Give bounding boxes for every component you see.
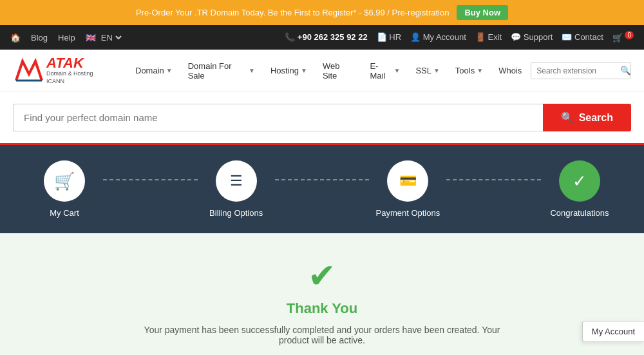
hr-icon: 📄 <box>377 32 387 42</box>
logo[interactable]: ATAK Domain & Hosting ICANN <box>13 56 116 85</box>
success-checkmark-icon: ✔ <box>308 259 336 293</box>
chevron-icon: ▼ <box>433 67 440 74</box>
extension-search-button[interactable]: 🔍 <box>615 62 631 79</box>
domain-search-bar: 🔍 Search <box>0 92 644 145</box>
step-label-cart: My Cart <box>50 208 79 218</box>
step-my-cart[interactable]: 🛒 My Cart <box>26 160 103 218</box>
exit-icon: 🚪 <box>475 32 486 42</box>
success-message: Your payment has been successfully compl… <box>129 325 515 345</box>
step-circle-cart: 🛒 <box>44 160 85 202</box>
blog-link[interactable]: Blog <box>31 33 48 43</box>
success-area: ✔ Thank You Your payment has been succes… <box>0 233 644 355</box>
search-icon: 🔍 <box>561 111 574 124</box>
success-title: Thank You <box>287 300 357 317</box>
step-congratulations[interactable]: ✓ Congratulations <box>541 160 618 218</box>
logo-sub: Domain & Hosting ICANN <box>46 70 93 85</box>
support-link[interactable]: 💬 Support <box>511 32 553 42</box>
help-link[interactable]: Help <box>58 33 75 43</box>
step-label-congrats: Congratulations <box>550 208 609 218</box>
step-label-billing: Billing Options <box>209 208 263 218</box>
nav-ssl[interactable]: SSL ▼ <box>409 62 446 79</box>
nav-website[interactable]: Web Site <box>316 57 361 84</box>
main-nav: Domain ▼ Domain For Sale ▼ Hosting ▼ Web… <box>129 57 631 84</box>
top-nav-right: +90 262 325 92 22 📄 HR 👤 My Account 🚪 Ex… <box>285 32 634 43</box>
step-connector-3 <box>446 179 541 180</box>
extension-search-input[interactable] <box>531 63 615 79</box>
nav-domain-for-sale[interactable]: Domain For Sale ▼ <box>182 57 261 84</box>
extension-search: 🔍 <box>531 62 631 79</box>
nav-domain[interactable]: Domain ▼ <box>129 62 179 79</box>
phone-number: +90 262 325 92 22 <box>285 32 367 42</box>
header: ATAK Domain & Hosting ICANN Domain ▼ Dom… <box>0 50 644 92</box>
top-nav: 🏠 Blog Help 🇬🇧 EN TR +90 262 325 92 22 📄… <box>0 25 644 50</box>
logo-svg <box>13 58 45 84</box>
home-link[interactable]: 🏠 <box>10 33 21 43</box>
hr-link[interactable]: 📄 HR <box>377 32 401 42</box>
step-circle-payment: 💳 <box>387 160 428 202</box>
user-icon: 👤 <box>410 32 421 42</box>
logo-image: ATAK Domain & Hosting ICANN <box>13 56 93 85</box>
step-circle-congrats: ✓ <box>559 160 600 202</box>
support-icon: 💬 <box>511 32 521 42</box>
cart-link[interactable]: 🛒 0 <box>612 32 634 43</box>
contact-icon: ✉️ <box>562 32 572 42</box>
step-connector-1 <box>103 179 198 180</box>
nav-whois[interactable]: Whois <box>492 62 528 79</box>
nav-hosting[interactable]: Hosting ▼ <box>264 62 314 79</box>
exit-link[interactable]: 🚪 Exit <box>475 32 502 42</box>
banner-text: Pre-Order Your .TR Domain Today. Be the … <box>136 8 450 17</box>
flag-icon: 🇬🇧 <box>86 33 96 43</box>
chevron-icon: ▼ <box>249 67 255 74</box>
chevron-icon: ▼ <box>477 67 483 74</box>
my-account-link[interactable]: 👤 My Account <box>410 32 466 42</box>
checkout-steps: 🛒 My Cart ☰ Billing Options 💳 Payment Op… <box>0 145 644 233</box>
top-banner: Pre-Order Your .TR Domain Today. Be the … <box>0 0 644 25</box>
step-label-payment: Payment Options <box>375 208 440 218</box>
cart-count: 0 <box>625 31 634 39</box>
step-circle-billing: ☰ <box>216 160 257 202</box>
nav-email[interactable]: E-Mail ▼ <box>363 57 406 84</box>
contact-link[interactable]: ✉️ Contact <box>562 32 603 42</box>
domain-search-input[interactable] <box>13 104 543 131</box>
logo-name: ATAK <box>46 56 93 70</box>
chevron-icon: ▼ <box>301 67 307 74</box>
language-dropdown[interactable]: EN TR <box>99 32 124 43</box>
lang-selector[interactable]: 🇬🇧 EN TR <box>86 32 124 43</box>
chevron-icon: ▼ <box>166 67 173 74</box>
domain-search-button[interactable]: 🔍 Search <box>543 104 631 131</box>
step-billing-options[interactable]: ☰ Billing Options <box>198 160 275 218</box>
step-connector-2 <box>275 179 370 180</box>
nav-tools[interactable]: Tools ▼ <box>449 62 489 79</box>
buy-now-button[interactable]: Buy Now <box>457 5 508 20</box>
step-payment-options[interactable]: 💳 Payment Options <box>369 160 446 218</box>
my-account-floating-button[interactable]: My Account <box>582 321 644 342</box>
chevron-icon: ▼ <box>393 67 400 74</box>
